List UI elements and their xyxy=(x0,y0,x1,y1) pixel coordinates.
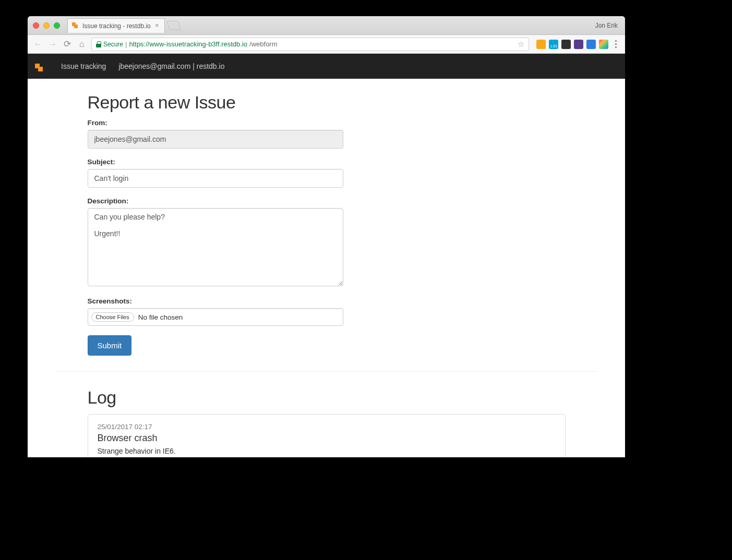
subject-field[interactable] xyxy=(88,169,343,188)
extension-icon[interactable]: 1.03 xyxy=(549,40,558,49)
log-entry-date: 25/01/2017 02:17 xyxy=(98,423,556,431)
app-navbar: Issue tracking jbeejones@gmail.com | res… xyxy=(28,54,625,79)
secure-label: Secure xyxy=(103,41,123,48)
nav-link-app-name[interactable]: Issue tracking xyxy=(61,62,106,70)
extension-tray: 1.03 xyxy=(536,40,620,49)
description-label: Description: xyxy=(88,197,343,205)
page-scroll[interactable]: Report a new Issue From: Subject: Descri… xyxy=(28,79,625,457)
lock-icon xyxy=(96,41,101,47)
submit-button[interactable]: Submit xyxy=(88,335,132,356)
secure-indicator: Secure xyxy=(96,41,123,48)
url-host: https://www-issuetracking-b3ff.restdb.io xyxy=(129,40,247,48)
window-zoom-icon[interactable] xyxy=(54,22,60,29)
screenshots-label: Screenshots: xyxy=(88,297,343,305)
from-label: From: xyxy=(88,119,343,127)
favicon-icon xyxy=(72,22,79,30)
log-entry-body: Strange behavior in IE6. xyxy=(98,447,556,455)
extension-icon[interactable] xyxy=(586,40,596,49)
browser-toolbar: ← → ⟳ ⌂ Secure | https://www-issuetracki… xyxy=(28,35,625,54)
choose-files-button[interactable]: Choose Files xyxy=(91,312,134,322)
chrome-profile-label[interactable]: Jon Erik xyxy=(595,16,618,35)
description-field[interactable] xyxy=(88,208,343,286)
file-chosen-text: No file chosen xyxy=(138,313,183,321)
section-divider xyxy=(55,371,598,372)
url-path: /webform xyxy=(249,40,277,48)
tab-title: Issue tracking - restdb.io xyxy=(82,22,151,30)
extension-icon[interactable] xyxy=(599,40,608,49)
screenshots-field[interactable]: Choose Files No file chosen xyxy=(88,308,343,326)
log-entry: 25/01/2017 02:17 Browser crash Strange b… xyxy=(88,414,566,457)
bookmark-star-icon[interactable]: ☆ xyxy=(518,40,524,49)
address-bar[interactable]: Secure | https://www-issuetracking-b3ff.… xyxy=(91,38,529,51)
extension-icon[interactable] xyxy=(574,40,583,49)
page-viewport: Issue tracking jbeejones@gmail.com | res… xyxy=(28,54,625,457)
window-controls xyxy=(33,22,60,29)
window-minimize-icon[interactable] xyxy=(43,22,50,29)
nav-link-identity[interactable]: jbeejones@gmail.com | restdb.io xyxy=(118,62,224,70)
browser-window: Issue tracking - restdb.io × Jon Erik ← … xyxy=(28,16,625,457)
nav-forward-icon[interactable]: → xyxy=(47,39,58,50)
chrome-menu-icon[interactable] xyxy=(611,40,620,48)
nav-home-icon[interactable]: ⌂ xyxy=(77,39,87,50)
browser-tab-active[interactable]: Issue tracking - restdb.io × xyxy=(67,18,165,33)
page-title: Report a new Issue xyxy=(88,92,566,113)
nav-back-icon[interactable]: ← xyxy=(33,39,43,50)
extension-icon[interactable] xyxy=(561,40,571,49)
extension-icon[interactable] xyxy=(536,40,546,49)
browser-tabbar: Issue tracking - restdb.io × Jon Erik xyxy=(28,16,625,35)
new-tab-button[interactable] xyxy=(166,21,181,30)
nav-reload-icon[interactable]: ⟳ xyxy=(62,39,73,50)
from-field xyxy=(88,130,343,149)
subject-label: Subject: xyxy=(88,158,343,166)
log-entry-title: Browser crash xyxy=(98,433,556,444)
window-close-icon[interactable] xyxy=(33,22,39,29)
tab-close-icon[interactable]: × xyxy=(154,22,160,29)
app-logo-icon[interactable] xyxy=(35,62,44,71)
log-heading: Log xyxy=(88,387,566,408)
